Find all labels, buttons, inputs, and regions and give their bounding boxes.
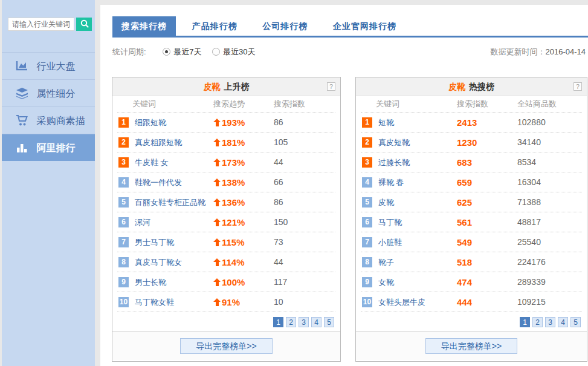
- page-button[interactable]: 3: [299, 317, 309, 327]
- keyword-link[interactable]: 真皮马丁靴女: [135, 252, 182, 272]
- search-index-value: 117: [274, 272, 287, 292]
- up-arrow-icon: [213, 119, 221, 126]
- keyword-link[interactable]: 过膝长靴: [378, 152, 410, 172]
- search-button[interactable]: [76, 18, 92, 31]
- keyword-link[interactable]: 牛皮鞋 女: [135, 152, 169, 172]
- filter-bar: 统计周期: 最近7天 最近30天 数据更新时间：2016-04-14: [112, 45, 586, 59]
- column-header: 关键词: [132, 96, 156, 113]
- trend-value: 181%: [213, 132, 245, 152]
- table-row: 4裸靴 春65916304: [361, 172, 582, 192]
- help-icon[interactable]: ?: [573, 82, 582, 91]
- radio-label: 最近7天: [173, 47, 201, 56]
- table-row: 8靴子518224176: [361, 252, 582, 272]
- column-header-row: 关键词搜索指数全站商品数: [361, 96, 582, 113]
- keyword-link[interactable]: 女鞋头层牛皮: [378, 292, 425, 312]
- table-row: 2真皮短靴123034140: [361, 132, 582, 152]
- rank-badge: 6: [118, 217, 129, 227]
- keyword-link[interactable]: 马丁靴: [378, 212, 402, 232]
- tab-product-ranking[interactable]: 产品排行榜: [183, 16, 247, 36]
- keyword-link[interactable]: 鞋靴一件代发: [135, 172, 182, 192]
- column-header: 关键词: [376, 96, 399, 113]
- radio-selected-icon[interactable]: [163, 48, 170, 56]
- page-button[interactable]: 1: [520, 317, 530, 327]
- radio-unselected-icon[interactable]: [212, 48, 220, 56]
- page-button[interactable]: 5: [570, 317, 581, 327]
- page-button[interactable]: 1: [273, 317, 283, 327]
- search-index-value: 86: [274, 113, 283, 132]
- hot-search-ranking-panel: 皮靴热搜榜 ? 关键词搜索指数全站商品数 1短靴24131028802真皮短靴1…: [355, 77, 587, 362]
- search-index-value: 86: [274, 192, 283, 212]
- product-count-value: 16304: [517, 172, 541, 192]
- period-label: 统计周期:: [112, 47, 146, 56]
- export-button[interactable]: 导出完整榜单>>: [180, 338, 272, 354]
- page-button[interactable]: 2: [532, 317, 543, 327]
- tab-official-site-ranking[interactable]: 企业官网排行榜: [324, 16, 405, 36]
- product-count-value: 48817: [517, 212, 541, 232]
- up-arrow-icon: [213, 258, 221, 266]
- product-count-value: 34140: [517, 132, 541, 152]
- rank-badge: 7: [118, 237, 129, 247]
- column-header: 全站商品数: [517, 96, 557, 113]
- trend-value: 193%: [213, 113, 245, 132]
- search-index-value: 44: [274, 152, 283, 172]
- keyword-link[interactable]: 男士马丁靴: [135, 232, 174, 252]
- keyword-link[interactable]: 小脏鞋: [378, 232, 402, 252]
- keyword-link[interactable]: 真皮粗跟短靴: [135, 132, 182, 152]
- up-arrow-icon: [213, 238, 221, 246]
- up-arrow-icon: [213, 298, 221, 306]
- keyword-link[interactable]: 细跟短靴: [135, 113, 166, 132]
- keyword-link[interactable]: 漯河: [135, 212, 150, 232]
- sidebar-item-buyer-profile[interactable]: 采购商素描: [2, 106, 95, 134]
- tab-underline: [112, 36, 588, 38]
- data-updated-time: 数据更新时间：2016-04-14: [491, 45, 586, 59]
- help-icon[interactable]: ?: [327, 82, 335, 91]
- sidebar-item-industry-overview[interactable]: 行业大盘: [2, 52, 95, 79]
- keyword-link[interactable]: 皮靴: [378, 192, 394, 212]
- table-row: 1细跟短靴193%86: [117, 113, 335, 132]
- page-button[interactable]: 5: [324, 317, 334, 327]
- product-count-value: 109215: [517, 292, 546, 312]
- keyword-link[interactable]: 女靴: [378, 272, 394, 292]
- keyword-link[interactable]: 裸靴 春: [378, 172, 404, 192]
- table-row: 3牛皮鞋 女173%44: [117, 152, 335, 172]
- up-arrow-icon: [213, 218, 221, 226]
- search-index-value: 105: [274, 132, 288, 152]
- keyword-link[interactable]: 短靴: [378, 113, 394, 132]
- up-arrow-icon: [213, 278, 221, 286]
- pagination: 12345: [112, 312, 340, 332]
- radio-last-30-days[interactable]: 最近30天: [212, 47, 255, 56]
- rank-badge: 7: [362, 237, 372, 247]
- cart-icon: [16, 109, 28, 122]
- page-button[interactable]: 4: [311, 317, 321, 327]
- panel-footer: 导出完整榜单>>: [112, 332, 340, 360]
- sidebar-item-label: 阿里排行: [36, 143, 75, 153]
- keyword-link[interactable]: 马丁靴女鞋: [135, 292, 174, 312]
- panel-title-keyword: 皮靴: [204, 82, 221, 91]
- rank-badge: 3: [118, 157, 129, 168]
- search-index-value: 659: [457, 172, 472, 192]
- sidebar-item-ali-ranking[interactable]: 阿里排行: [2, 134, 95, 161]
- search-index-value: 549: [457, 232, 472, 252]
- keyword-link[interactable]: 男士长靴: [135, 272, 166, 292]
- page-button[interactable]: 4: [558, 317, 568, 327]
- bar-chart-icon: [16, 137, 28, 149]
- column-header: 搜索指数: [457, 96, 488, 113]
- product-count-value: 224176: [517, 252, 546, 272]
- table-row: 5百丽女鞋专柜正品靴136%86: [117, 192, 335, 212]
- search-index-value: 1230: [457, 132, 477, 152]
- table-row: 3过膝长靴6838534: [361, 152, 582, 172]
- sidebar-item-attribute-segment[interactable]: 属性细分: [2, 79, 95, 106]
- radio-last-7-days[interactable]: 最近7天: [163, 47, 204, 56]
- search-index-value: 44: [274, 252, 283, 272]
- tab-company-ranking[interactable]: 公司排行榜: [253, 16, 317, 36]
- tab-search-ranking[interactable]: 搜索排行榜: [112, 16, 176, 36]
- page-button[interactable]: 3: [545, 317, 555, 327]
- keyword-link[interactable]: 靴子: [378, 252, 394, 272]
- keyword-link[interactable]: 真皮短靴: [378, 132, 410, 152]
- rank-badge: 8: [118, 257, 129, 267]
- search-input[interactable]: [8, 18, 74, 31]
- table-row: 4鞋靴一件代发138%66: [117, 172, 335, 192]
- export-button[interactable]: 导出完整榜单>>: [425, 338, 517, 354]
- page-button[interactable]: 2: [286, 317, 296, 327]
- keyword-link[interactable]: 百丽女鞋专柜正品靴: [135, 192, 205, 212]
